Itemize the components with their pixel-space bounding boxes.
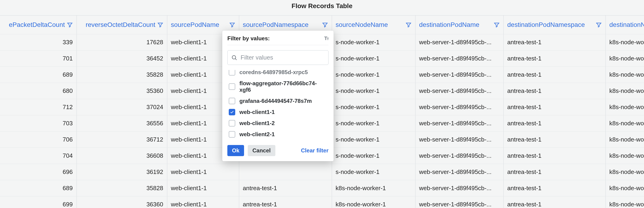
cell-ePacketDeltaCount: 706 (0, 131, 76, 148)
column-header-reverseOctetDeltaCount[interactable]: reverseOctetDeltaCount (76, 15, 167, 34)
column-label: destinationNodeN (610, 21, 644, 28)
cell-destinationPodName: web-server-1-d89f495cb-... (415, 164, 504, 180)
cell-destinationPodName: web-server-1-d89f495cb-... (415, 66, 504, 83)
cell-destinationPodNamespace: antrea-test-1 (504, 66, 606, 83)
cell-reverseOctetDeltaCount: 36452 (76, 50, 167, 66)
svg-line-1 (235, 59, 236, 60)
cell-destinationPodName: web-server-1-d89f495cb-... (415, 50, 504, 66)
ok-button[interactable]: Ok (227, 145, 244, 156)
text-size-icon[interactable]: TT (324, 35, 328, 41)
cell-destinationPodNamespace: antrea-test-1 (504, 148, 606, 164)
clear-filter-link[interactable]: Clear filter (301, 147, 328, 154)
filter-popover-header: Filter by values: TT (227, 35, 328, 45)
cell-reverseOctetDeltaCount: 35360 (76, 83, 167, 99)
checkbox[interactable] (229, 109, 235, 115)
cell-sourceNodeName: s-node-worker-1 (332, 148, 415, 164)
column-header-destinationPodNamespace[interactable]: destinationPodNamespace (504, 15, 606, 34)
cell-ePacketDeltaCount: 689 (0, 180, 76, 196)
cell-destinationPodName: web-server-1-d89f495cb-... (415, 196, 504, 208)
column-header-destinationPodName[interactable]: destinationPodName (415, 15, 504, 34)
cell-sourcePodName: web-client1-1 (167, 196, 239, 208)
column-label: sourceNodeName (336, 21, 388, 28)
filter-option[interactable]: flow-aggregator-776d66bc74-xgf6 (227, 78, 328, 95)
cell-destinationPodNamespace: antrea-test-1 (504, 164, 606, 180)
cell-reverseOctetDeltaCount: 37024 (76, 99, 167, 115)
filter-icon[interactable] (494, 22, 500, 28)
checkbox[interactable] (229, 98, 235, 104)
cancel-button[interactable]: Cancel (248, 145, 275, 156)
filter-option-label: flow-aggregator-776d66bc74-xgf6 (240, 80, 327, 93)
cell-destinationPodNamespace: antrea-test-1 (504, 50, 606, 66)
cell-ePacketDeltaCount: 339 (0, 34, 76, 50)
filter-values-input[interactable] (240, 54, 324, 61)
filter-option-label: web-client2-1 (240, 131, 275, 138)
cell-reverseOctetDeltaCount: 35828 (76, 66, 167, 83)
filter-option[interactable]: coredns-64897985d-xrpc5 (227, 70, 328, 78)
filter-popover-title: Filter by values: (227, 35, 270, 42)
cell-destinationNodeN: k8s-node-worker- (606, 148, 644, 164)
cell-sourceNodeName: s-node-worker-1 (332, 131, 415, 148)
checkbox[interactable] (229, 83, 235, 90)
checkbox[interactable] (229, 120, 235, 126)
column-header-destinationNodeN[interactable]: destinationNodeN (606, 15, 644, 34)
cell-ePacketDeltaCount: 680 (0, 83, 76, 99)
cell-destinationNodeN: k8s-node-worker- (606, 196, 644, 208)
cell-sourceNodeName: s-node-worker-1 (332, 99, 415, 115)
cell-destinationPodNamespace: antrea-test-1 (504, 180, 606, 196)
cell-reverseOctetDeltaCount: 36608 (76, 148, 167, 164)
filter-option[interactable]: grafana-6d44494547-78s7m (227, 95, 328, 107)
cell-destinationNodeN: k8s-node-worker- (606, 50, 644, 66)
cell-ePacketDeltaCount: 696 (0, 164, 76, 180)
cell-destinationNodeN: k8s-node-worker- (606, 115, 644, 131)
cell-sourcePodName: web-client1-1 (167, 180, 239, 196)
page-title: Flow Records Table (0, 2, 644, 10)
search-icon (231, 55, 237, 61)
cell-destinationNodeN: k8s-node-worker- (606, 131, 644, 148)
cell-reverseOctetDeltaCount: 36556 (76, 115, 167, 131)
filter-icon[interactable] (322, 22, 328, 28)
filter-option[interactable]: web-client2-1 (227, 129, 328, 139)
cell-reverseOctetDeltaCount: 36192 (76, 164, 167, 180)
cell-sourceNodeName: s-node-worker-1 (332, 66, 415, 83)
cell-destinationPodNamespace: antrea-test-1 (504, 115, 606, 131)
filter-values-input-wrap[interactable] (227, 50, 328, 65)
filter-icon[interactable] (157, 22, 163, 28)
cell-sourcePodNamespace: antrea-test-1 (239, 196, 332, 208)
cell-ePacketDeltaCount: 699 (0, 196, 76, 208)
column-label: ePacketDeltaCount (9, 21, 65, 28)
cell-destinationPodName: web-server-1-d89f495cb-... (415, 34, 504, 50)
cell-sourceNodeName: s-node-worker-1 (332, 83, 415, 99)
cell-destinationPodNamespace: antrea-test-1 (504, 34, 606, 50)
filter-icon[interactable] (596, 22, 602, 28)
filter-icon[interactable] (67, 22, 73, 28)
filter-option[interactable]: web-client1-2 (227, 118, 328, 129)
cell-destinationPodName: web-server-1-d89f495cb-... (415, 115, 504, 131)
column-label: sourcePodName (171, 21, 220, 28)
column-label: destinationPodName (419, 21, 480, 28)
table-row: 69636192web-client1-1s-node-worker-1web-… (0, 164, 644, 180)
cell-sourcePodName: web-client1-1 (167, 164, 239, 180)
checkbox[interactable] (229, 70, 235, 75)
cell-destinationNodeN: k8s-node-worker- (606, 83, 644, 99)
filter-option[interactable]: web-client1-1 (227, 107, 328, 118)
column-header-ePacketDeltaCount[interactable]: ePacketDeltaCount (0, 15, 76, 34)
cell-ePacketDeltaCount: 704 (0, 148, 76, 164)
cell-destinationPodName: web-server-1-d89f495cb-... (415, 131, 504, 148)
cell-sourceNodeName: s-node-worker-1 (332, 115, 415, 131)
checkbox[interactable] (229, 131, 235, 138)
filter-icon[interactable] (229, 22, 235, 28)
table-row: 68935828web-client1-1antrea-test-1k8s-no… (0, 180, 644, 196)
column-label: sourcePodNamespace (243, 21, 308, 28)
filter-icon[interactable] (406, 22, 412, 28)
cell-sourceNodeName: s-node-worker-1 (332, 34, 415, 50)
cell-ePacketDeltaCount: 701 (0, 50, 76, 66)
cell-sourceNodeName: k8s-node-worker-1 (332, 196, 415, 208)
cell-destinationNodeN: k8s-node-worker- (606, 34, 644, 50)
column-header-sourceNodeName[interactable]: sourceNodeName (332, 15, 415, 34)
cell-reverseOctetDeltaCount: 36712 (76, 131, 167, 148)
cell-ePacketDeltaCount: 689 (0, 66, 76, 83)
filter-option-label: web-client1-1 (240, 109, 275, 115)
cell-reverseOctetDeltaCount: 35828 (76, 180, 167, 196)
cell-sourcePodNamespace: antrea-test-1 (239, 180, 332, 196)
cell-sourceNodeName: s-node-worker-1 (332, 164, 415, 180)
